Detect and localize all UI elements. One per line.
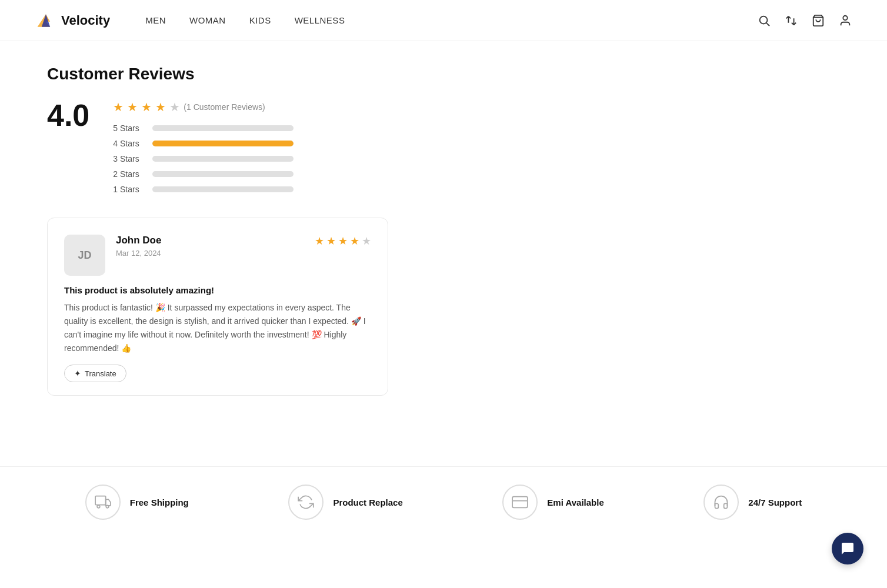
svg-point-5 <box>843 15 847 19</box>
translate-label: Translate <box>85 369 116 378</box>
bar-track-4 <box>152 141 294 146</box>
bar-row-4: 4 Stars <box>113 139 294 148</box>
main-content: Customer Reviews 4.0 ★ ★ ★ ★ ★ (1 Custom… <box>0 41 887 431</box>
svg-point-2 <box>760 16 768 24</box>
feature-product-replace: Product Replace <box>288 485 402 520</box>
logo-text: Velocity <box>61 13 110 28</box>
bar-row-1: 1 Stars <box>113 185 294 194</box>
site-header: Velocity MEN WOMAN KIDS WELLNESS <box>0 0 887 41</box>
review-title: This product is absolutely amazing! <box>64 285 371 295</box>
search-icon[interactable] <box>758 14 771 27</box>
review-meta: John Doe Mar 12, 2024 ★ ★ ★ ★ ★ <box>116 235 371 261</box>
review-star-1: ★ <box>315 235 324 248</box>
feature-free-shipping: Free Shipping <box>85 485 189 520</box>
svg-rect-9 <box>512 497 528 508</box>
nav-wellness[interactable]: WELLNESS <box>295 15 345 25</box>
feature-label-emi: Emi Available <box>547 497 603 507</box>
replace-icon-circle <box>288 485 324 520</box>
star-5: ★ <box>169 100 180 114</box>
bar-track-3 <box>152 156 294 162</box>
review-star-2: ★ <box>326 235 336 248</box>
review-star-4: ★ <box>350 235 359 248</box>
nav-men[interactable]: MEN <box>145 15 166 25</box>
bar-label-1: 1 Stars <box>113 185 145 194</box>
support-icon-circle <box>703 485 739 520</box>
reviewer-info: John Doe Mar 12, 2024 <box>116 235 161 261</box>
avatar: JD <box>64 235 105 276</box>
review-star-5: ★ <box>362 235 371 248</box>
footer-features: Free Shipping Product Replace Emi Availa… <box>0 466 887 537</box>
svg-point-7 <box>97 506 100 509</box>
average-rating: 4.0 <box>47 100 89 131</box>
reviews-title: Customer Reviews <box>47 65 840 83</box>
bar-row-2: 2 Stars <box>113 169 294 179</box>
review-header: JD John Doe Mar 12, 2024 ★ ★ ★ ★ ★ <box>64 235 371 276</box>
rating-summary: 4.0 ★ ★ ★ ★ ★ (1 Customer Reviews) 5 Sta… <box>47 100 840 194</box>
nav-woman[interactable]: WOMAN <box>189 15 226 25</box>
review-count: (1 Customer Reviews) <box>184 102 265 112</box>
review-star-3: ★ <box>338 235 348 248</box>
reviewer-name: John Doe <box>116 235 161 246</box>
user-icon[interactable] <box>839 14 852 27</box>
bar-label-4: 4 Stars <box>113 139 145 148</box>
review-header-row: John Doe Mar 12, 2024 ★ ★ ★ ★ ★ <box>116 235 371 261</box>
svg-rect-6 <box>95 496 106 505</box>
feature-emi: Emi Available <box>502 485 603 520</box>
nav-kids[interactable]: KIDS <box>249 15 271 25</box>
review-body: This product is fantastic! 🎉 It surpasse… <box>64 301 371 355</box>
feature-label-replace: Product Replace <box>333 497 402 507</box>
bar-label-5: 5 Stars <box>113 123 145 133</box>
svg-line-3 <box>766 23 769 26</box>
bar-track-5 <box>152 125 294 131</box>
feature-support: 24/7 Support <box>703 485 802 520</box>
main-nav: MEN WOMAN KIDS WELLNESS <box>145 15 758 25</box>
cart-icon[interactable] <box>812 14 825 27</box>
star-3: ★ <box>141 100 152 114</box>
shipping-icon-circle <box>85 485 121 520</box>
logo[interactable]: Velocity <box>35 10 110 31</box>
review-card: JD John Doe Mar 12, 2024 ★ ★ ★ ★ ★ <box>47 218 388 396</box>
translate-icon: ✦ <box>74 369 81 378</box>
header-icons <box>758 14 852 27</box>
translate-button[interactable]: ✦ Translate <box>64 365 126 382</box>
logo-icon <box>35 10 56 31</box>
review-date: Mar 12, 2024 <box>116 249 161 258</box>
star-4: ★ <box>155 100 166 114</box>
star-2: ★ <box>127 100 138 114</box>
feature-label-shipping: Free Shipping <box>130 497 189 507</box>
svg-point-8 <box>106 506 109 509</box>
bar-label-3: 3 Stars <box>113 154 145 163</box>
bar-label-2: 2 Stars <box>113 169 145 179</box>
rating-right: ★ ★ ★ ★ ★ (1 Customer Reviews) 5 Stars 4… <box>113 100 294 194</box>
star-1: ★ <box>113 100 124 114</box>
bar-row-5: 5 Stars <box>113 123 294 133</box>
bar-fill-4 <box>152 141 294 146</box>
bar-track-2 <box>152 171 294 177</box>
compare-icon[interactable] <box>785 14 798 27</box>
bar-track-1 <box>152 186 294 192</box>
bar-row-3: 3 Stars <box>113 154 294 163</box>
overall-stars-row: ★ ★ ★ ★ ★ (1 Customer Reviews) <box>113 100 294 114</box>
avatar-initials: JD <box>78 249 91 262</box>
feature-label-support: 24/7 Support <box>748 497 802 507</box>
bar-rows: 5 Stars 4 Stars 3 Stars <box>113 123 294 194</box>
emi-icon-circle <box>502 485 538 520</box>
review-stars: ★ ★ ★ ★ ★ <box>315 235 371 248</box>
